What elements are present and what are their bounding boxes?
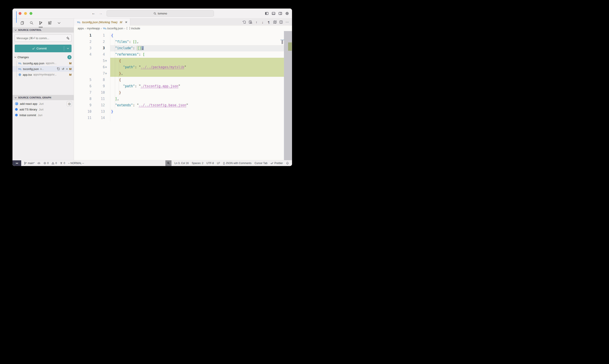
code-line[interactable]: 1013} — [74, 108, 292, 115]
tab-label: tsconfig.json (Working Tree) — [82, 21, 117, 24]
arrow-down-icon: ↓ — [262, 20, 264, 24]
forward-button[interactable]: → — [99, 11, 103, 15]
source-control-title: SOURCE CONTROL — [18, 29, 41, 31]
stage-changes-action[interactable]: + — [66, 67, 68, 71]
error-icon — [43, 162, 46, 165]
back-button[interactable]: ← — [92, 11, 95, 15]
commit-row[interactable]: add react appJuri◎ — [13, 101, 74, 106]
more-actions-button[interactable]: ⋯ — [285, 20, 289, 24]
status-errors[interactable]: 0 — [43, 162, 49, 165]
gear-icon — [285, 12, 289, 15]
window-controls — [19, 12, 32, 15]
map-view-button[interactable] — [273, 20, 277, 24]
tab-bar: TS tsconfig.json (Working Tree) M ✕ ↑↓¶⋯ — [74, 19, 292, 26]
status-label: Cursor Tab — [255, 162, 267, 165]
discard-changes-action[interactable]: ↺ — [62, 67, 64, 71]
change-row-tsconfig.app.json[interactable]: TStsconfig.app.jsonapps/m...M — [13, 60, 74, 66]
commit-row[interactable]: add TS libraryJuri — [13, 106, 74, 112]
code-line[interactable]: 58 { — [74, 77, 292, 83]
status-git-branch-status[interactable]: main* — [24, 162, 35, 165]
code-line[interactable]: 1114 — [74, 115, 292, 121]
commit-dropdown-button[interactable] — [64, 47, 72, 50]
breadcrumb-item-myviteapp[interactable]: myviteapp — [87, 27, 100, 30]
code-line[interactable]: 11{ — [74, 32, 292, 39]
toggle-secondary-sidebar-button[interactable] — [278, 11, 282, 15]
broadcast-icon — [60, 162, 63, 165]
file-path: apps/myviteapp/sr... — [33, 73, 57, 76]
code-line[interactable]: 33 "include": [], — [74, 45, 292, 52]
status-publish-changes[interactable] — [38, 162, 40, 165]
minimize-window-button[interactable] — [24, 12, 27, 15]
close-window-button[interactable] — [19, 12, 21, 15]
code-line[interactable]: 912 "extends": "../../tsconfig.base.json… — [74, 102, 292, 108]
toggle-panel-button[interactable] — [272, 11, 275, 15]
overview-added-marker — [288, 42, 292, 51]
maximize-window-button[interactable] — [29, 12, 32, 15]
activity-item-source-control[interactable] — [39, 19, 43, 27]
chevron-down-icon — [14, 96, 17, 99]
extensions-icon — [48, 21, 52, 25]
changes-label: Changes — [17, 56, 29, 59]
tab-tsconfig-working-tree[interactable]: TS tsconfig.json (Working Tree) M ✕ — [74, 19, 130, 26]
render-whitespace-button[interactable]: ¶ — [267, 20, 271, 24]
change-row-tsconfig.json[interactable]: TStsconfig.jsona...↺+M — [13, 66, 74, 72]
indent-guide — [115, 39, 115, 108]
breadcrumb-item-apps[interactable]: apps — [78, 27, 84, 30]
inline-view-button[interactable] — [248, 20, 252, 24]
remote-indicator[interactable]: >< — [13, 160, 21, 166]
breadcrumb-item-tsconfig.json[interactable]: TStsconfig.json — [103, 27, 123, 30]
status-label: Ln 3, Col 16 — [175, 162, 189, 165]
open-file-action[interactable] — [57, 67, 60, 70]
status-cursor-position[interactable]: Ln 3, Col 16 — [175, 160, 189, 166]
ts-file-icon: TS — [18, 68, 22, 70]
breadcrumb-item-include[interactable]: [ ]include — [126, 27, 140, 30]
code-line[interactable]: 44 "references": [ — [74, 52, 292, 58]
activity-item-views-more[interactable] — [57, 19, 61, 27]
commit-dot — [15, 102, 18, 105]
status-notifications[interactable] — [286, 160, 289, 166]
status-language-mode[interactable]: {}JSON with Comments — [223, 160, 252, 166]
status-cursor-tab[interactable]: Cursor Tab — [255, 160, 267, 166]
changes-section-header[interactable]: Changes 3 — [13, 54, 74, 60]
checkout-target-button[interactable]: ◎ — [67, 101, 72, 106]
status-zoom-indicator[interactable] — [165, 160, 171, 166]
status-indentation[interactable]: Spaces: 2 — [192, 160, 203, 166]
commit-author: Juri — [39, 108, 43, 111]
status-warnings[interactable]: 0 — [52, 162, 57, 165]
status-vim-mode[interactable]: -- NORMAL -- — [68, 162, 84, 165]
command-center-search[interactable]: tsmono — [106, 10, 214, 17]
activity-item-explorer[interactable] — [20, 19, 24, 27]
changes-list: TStsconfig.app.jsonapps/m...MTStsconfig.… — [13, 60, 74, 78]
next-change-button[interactable]: ↓ — [261, 20, 264, 24]
commit-row[interactable]: Initial commitJuri — [13, 112, 74, 118]
activity-item-extensions[interactable] — [48, 19, 52, 27]
code-line[interactable]: 22 "files": [], — [74, 39, 292, 45]
sparkle-icon[interactable] — [66, 36, 70, 40]
source-control-section-header[interactable]: SOURCE CONTROL — [13, 27, 74, 33]
code-line[interactable]: 811 ], — [74, 96, 292, 102]
code-line[interactable]: 7+ }, — [74, 70, 292, 77]
code-line[interactable]: 6+ "path": "../../packages/mytslib" — [74, 64, 292, 70]
graph-connector-line — [16, 11, 17, 23]
open-file-button[interactable] — [242, 20, 246, 24]
status-ports[interactable]: 0 — [60, 162, 65, 165]
code-line[interactable]: 5+ { — [74, 58, 292, 64]
toggle-primary-sidebar-button[interactable] — [265, 11, 269, 15]
code-line[interactable]: 69 "path": "./tsconfig.app.json" — [74, 83, 292, 90]
commit-message-input[interactable]: Message (⌘⏎ to comm... — [15, 34, 72, 42]
settings-button[interactable] — [285, 11, 289, 15]
status-formatter[interactable]: Prettier — [270, 160, 283, 166]
graph-section-header[interactable]: SOURCE CONTROL GRAPH — [13, 95, 74, 100]
ellipsis-icon: ⋯ — [285, 20, 289, 24]
commit-button[interactable]: Commit — [15, 45, 72, 52]
split-editor-button[interactable] — [279, 20, 283, 24]
status-encoding[interactable]: UTF-8 — [207, 160, 214, 166]
code-editor[interactable]: 11{22 "files": [],33 "include": [],44 "r… — [74, 31, 292, 160]
status-label: 0 — [47, 162, 49, 165]
change-row-app.tsx[interactable]: app.tsxapps/myviteapp/sr...M — [13, 72, 74, 78]
status-eol[interactable]: LF — [217, 160, 220, 166]
activity-item-search[interactable] — [29, 19, 33, 27]
tab-close-icon[interactable]: ✕ — [125, 21, 128, 24]
code-line[interactable]: 710 } — [74, 90, 292, 96]
previous-change-button[interactable]: ↑ — [255, 20, 258, 24]
